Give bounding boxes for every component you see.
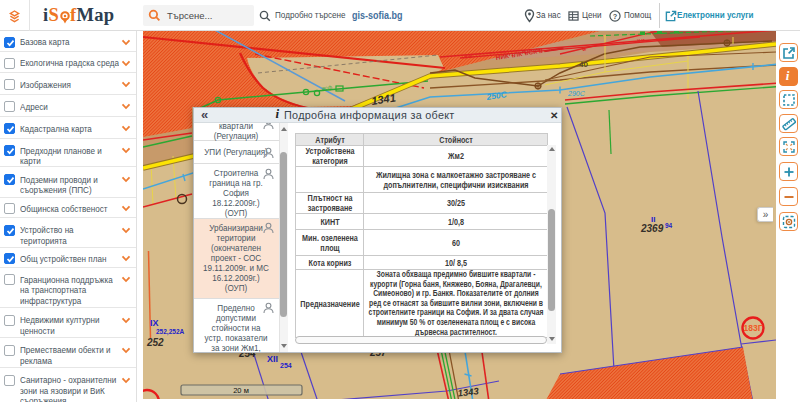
- svg-text:1343: 1343: [457, 385, 480, 398]
- svg-text:183Г: 183Г: [743, 323, 762, 333]
- svg-text:20 м: 20 м: [233, 386, 249, 395]
- svg-text:асф: асф: [322, 84, 333, 91]
- svg-text:IX: IX: [150, 318, 159, 328]
- svg-text:»»: »»: [636, 35, 645, 45]
- svg-text:XII: XII: [267, 354, 278, 364]
- svg-text:2369: 2369: [640, 223, 664, 234]
- svg-text:94: 94: [665, 222, 673, 229]
- svg-text:40: 40: [579, 60, 588, 69]
- svg-text:II: II: [651, 215, 655, 224]
- svg-text:««: ««: [463, 51, 472, 61]
- svg-text:252,252A: 252,252A: [156, 328, 184, 336]
- svg-text:254: 254: [280, 362, 292, 369]
- svg-text:252: 252: [146, 337, 164, 348]
- svg-text:290С: 290С: [567, 90, 586, 97]
- svg-text:?: ?: [613, 12, 618, 21]
